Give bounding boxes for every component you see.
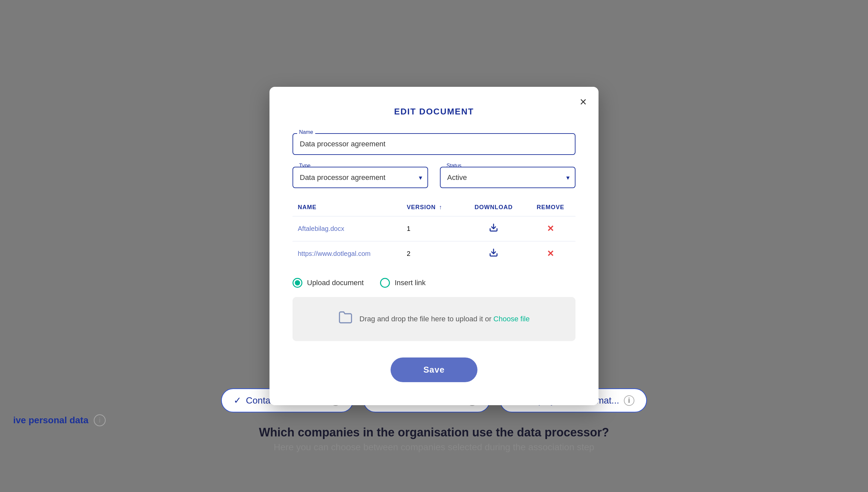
- edit-document-modal: × EDIT DOCUMENT Name Type Data processor…: [269, 87, 599, 405]
- insert-link-label: Insert link: [394, 278, 426, 287]
- download-cell-1: [462, 216, 526, 241]
- insert-link-option[interactable]: Insert link: [380, 278, 426, 288]
- remove-cell-1: ✕: [526, 216, 576, 241]
- name-field: Name: [292, 133, 576, 155]
- upload-document-option[interactable]: Upload document: [292, 278, 364, 288]
- status-field: Status Active Inactive Draft ▾: [440, 167, 576, 188]
- col-version: VERSION ↑: [402, 200, 462, 216]
- folder-icon: [338, 310, 353, 328]
- type-select-wrapper: Data processor agreement NDA Contract Ot…: [292, 167, 428, 188]
- file-link-1[interactable]: Aftalebilag.docx: [298, 225, 344, 232]
- col-name: NAME: [292, 200, 402, 216]
- insert-link-radio: [380, 278, 390, 288]
- upload-radio-filled: [292, 278, 303, 288]
- type-status-row: Type Data processor agreement NDA Contra…: [292, 167, 576, 188]
- status-select[interactable]: Active Inactive Draft: [440, 167, 576, 188]
- file-name-2: https://www.dotlegal.com: [292, 241, 402, 266]
- background-subtitle: Here you can choose between companies se…: [259, 442, 609, 452]
- download-button-2[interactable]: [489, 248, 498, 260]
- name-input[interactable]: [292, 133, 576, 155]
- download-button-1[interactable]: [489, 223, 498, 235]
- close-button[interactable]: ×: [580, 96, 587, 108]
- save-button[interactable]: Save: [391, 358, 478, 382]
- modal-title: EDIT DOCUMENT: [292, 106, 576, 117]
- check-icon: ✓: [234, 395, 241, 406]
- type-select[interactable]: Data processor agreement NDA Contract Ot…: [292, 167, 428, 188]
- remove-button-2[interactable]: ✕: [547, 249, 554, 259]
- background-title-section: Which companies in the organisation use …: [259, 425, 609, 452]
- table-row: Aftalebilag.docx 1 ✕: [292, 216, 576, 241]
- upload-option-group: Upload document Insert link: [292, 278, 576, 288]
- name-label: Name: [297, 129, 315, 135]
- drop-text-static: Drag and drop the file here to upload it…: [359, 315, 493, 323]
- background-title: Which companies in the organisation use …: [259, 425, 609, 439]
- choose-file-link[interactable]: Choose file: [493, 315, 530, 323]
- upload-document-label: Upload document: [307, 278, 364, 287]
- document-table: NAME VERSION ↑ DOWNLOAD REMOVE Aftalebil…: [292, 200, 576, 266]
- employment-info-icon: i: [624, 395, 634, 406]
- version-1: 1: [402, 216, 462, 241]
- col-remove: REMOVE: [526, 200, 576, 216]
- remove-button-1[interactable]: ✕: [547, 224, 554, 234]
- type-field: Type Data processor agreement NDA Contra…: [292, 167, 428, 188]
- sort-arrow-icon: ↑: [439, 204, 442, 211]
- remove-cell-2: ✕: [526, 241, 576, 266]
- status-select-wrapper: Active Inactive Draft ▾: [440, 167, 576, 188]
- drop-zone-text: Drag and drop the file here to upload it…: [359, 315, 529, 323]
- save-button-wrapper: Save: [292, 358, 576, 382]
- file-link-2[interactable]: https://www.dotlegal.com: [298, 250, 370, 257]
- table-row: https://www.dotlegal.com 2: [292, 241, 576, 266]
- file-name-1: Aftalebilag.docx: [292, 216, 402, 241]
- col-download: DOWNLOAD: [462, 200, 526, 216]
- drop-zone[interactable]: Drag and drop the file here to upload it…: [292, 297, 576, 341]
- version-2: 2: [402, 241, 462, 266]
- download-cell-2: [462, 241, 526, 266]
